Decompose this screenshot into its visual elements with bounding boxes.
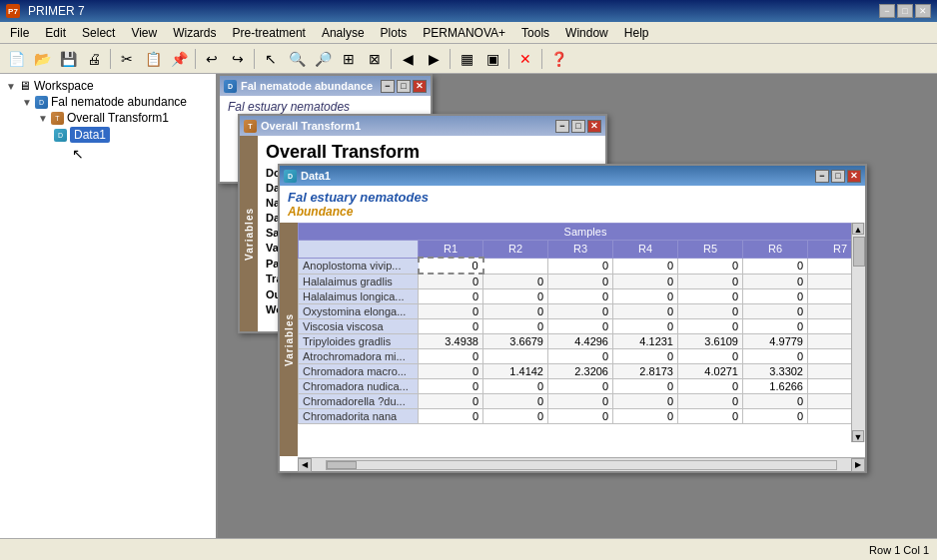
open-button[interactable]: 📂 (30, 47, 54, 71)
table-row[interactable]: Chromadora macro...01.41422.32062.81734.… (299, 364, 866, 379)
cell-r1[interactable]: 0 (419, 289, 483, 304)
cell-r2[interactable]: 0 (483, 394, 548, 409)
menu-wizards[interactable]: Wizards (165, 22, 224, 43)
fal-minimize-btn[interactable]: − (381, 80, 395, 93)
cell-r1[interactable]: 0 (419, 379, 483, 394)
menu-edit[interactable]: Edit (37, 22, 74, 43)
cell-r4[interactable]: 0 (613, 319, 678, 334)
move-left-button[interactable]: ◀ (396, 47, 420, 71)
fal-maximize-btn[interactable]: □ (397, 80, 411, 93)
transform-window-controls[interactable]: − □ ✕ (555, 120, 601, 133)
data1-close-btn[interactable]: ✕ (847, 170, 861, 183)
table-row[interactable]: Chromadorita nana000000 (299, 409, 866, 424)
vertical-scrollbar[interactable]: ▲ ▼ (851, 223, 865, 442)
cell-r5[interactable]: 0 (678, 349, 743, 364)
table-row[interactable]: Tripyloides gradlis3.49383.66794.42964.1… (299, 334, 866, 349)
zoom-in-button[interactable]: 🔍 (285, 47, 309, 71)
cell-r6[interactable]: 0 (743, 258, 808, 274)
delete-button[interactable]: ✕ (513, 47, 537, 71)
cell-r1[interactable]: 0 (419, 258, 483, 274)
cell-r6[interactable]: 0 (743, 409, 808, 424)
cell-r3[interactable]: 0 (548, 319, 613, 334)
scroll-left-btn[interactable]: ◀ (298, 458, 312, 472)
cell-r3[interactable]: 0 (548, 394, 613, 409)
scroll-down-btn[interactable]: ▼ (852, 430, 864, 442)
cell-r2[interactable]: 0 (483, 319, 548, 334)
grid2-button[interactable]: ▣ (480, 47, 504, 71)
cell-r4[interactable]: 0 (613, 258, 678, 274)
scroll-right-btn[interactable]: ▶ (851, 458, 865, 472)
close-button[interactable]: ✕ (915, 4, 931, 18)
cell-r1[interactable]: 0 (419, 349, 483, 364)
menu-pretreatment[interactable]: Pre-treatment (225, 22, 314, 43)
cell-r5[interactable]: 0 (678, 304, 743, 319)
tree-data1[interactable]: D Data1 (52, 126, 212, 144)
minimize-button[interactable]: − (879, 4, 895, 18)
cell-r3[interactable]: 0 (548, 258, 613, 274)
cell-r2[interactable] (483, 258, 548, 274)
cell-r2[interactable]: 0 (483, 304, 548, 319)
horizontal-scrollbar[interactable]: ◀ ▶ (298, 457, 865, 471)
cell-r6[interactable]: 0 (743, 289, 808, 304)
cell-r4[interactable]: 0 (613, 289, 678, 304)
tree-fal-nematode[interactable]: ▼ D Fal nematode abundance (20, 94, 212, 110)
cell-r3[interactable]: 0 (548, 379, 613, 394)
new-button[interactable]: 📄 (4, 47, 28, 71)
cell-r3[interactable]: 0 (548, 289, 613, 304)
cell-r5[interactable]: 0 (678, 274, 743, 289)
menu-help[interactable]: Help (616, 22, 657, 43)
scroll-up-btn[interactable]: ▲ (852, 223, 864, 235)
cell-r6[interactable]: 3.3302 (743, 364, 808, 379)
table-row[interactable]: Halalaimus longica...0000000 (299, 289, 866, 304)
table-row[interactable]: Viscosia viscosa0000000 (299, 319, 866, 334)
cell-r5[interactable]: 4.0271 (678, 364, 743, 379)
cell-r5[interactable]: 0 (678, 394, 743, 409)
cell-r6[interactable]: 0 (743, 274, 808, 289)
cell-r2[interactable]: 0 (483, 379, 548, 394)
cell-r1[interactable]: 0 (419, 304, 483, 319)
pointer-button[interactable]: ↖ (259, 47, 283, 71)
workspace-expand-icon[interactable]: ▼ (6, 81, 16, 92)
cell-r2[interactable]: 1.4142 (483, 364, 548, 379)
cell-r3[interactable]: 0 (548, 304, 613, 319)
cell-r6[interactable]: 0 (743, 304, 808, 319)
cell-r1[interactable]: 0 (419, 394, 483, 409)
menu-analyse[interactable]: Analyse (314, 22, 373, 43)
help-button[interactable]: ❓ (546, 47, 570, 71)
data1-window-controls[interactable]: − □ ✕ (815, 170, 861, 183)
table-row[interactable]: Anoplostoma vivip...000000 (299, 258, 866, 274)
menu-select[interactable]: Select (74, 22, 123, 43)
menu-view[interactable]: View (123, 22, 165, 43)
cell-r2[interactable]: 3.6679 (483, 334, 548, 349)
transform-maximize-btn[interactable]: □ (571, 120, 585, 133)
cell-r3[interactable]: 2.3206 (548, 364, 613, 379)
table-row[interactable]: Oxystomina elonga...0000000 (299, 304, 866, 319)
maximize-button[interactable]: □ (897, 4, 913, 18)
data1-maximize-btn[interactable]: □ (831, 170, 845, 183)
cell-r5[interactable]: 0 (678, 379, 743, 394)
cell-r2[interactable] (483, 349, 548, 364)
cell-r5[interactable]: 3.6109 (678, 334, 743, 349)
cell-r4[interactable]: 0 (613, 349, 678, 364)
cell-r5[interactable]: 0 (678, 409, 743, 424)
redo-button[interactable]: ↪ (226, 47, 250, 71)
menu-window[interactable]: Window (557, 22, 616, 43)
zoom-out-button[interactable]: 🔎 (311, 47, 335, 71)
cell-r5[interactable]: 0 (678, 289, 743, 304)
cell-r6[interactable]: 0 (743, 319, 808, 334)
scrollbar-track[interactable] (326, 460, 837, 470)
copy-button[interactable]: 📋 (141, 47, 165, 71)
print-button[interactable]: 🖨 (82, 47, 106, 71)
cell-r4[interactable]: 0 (613, 409, 678, 424)
cell-r1[interactable]: 0 (419, 364, 483, 379)
cell-r5[interactable]: 0 (678, 319, 743, 334)
cell-r3[interactable]: 0 (548, 349, 613, 364)
fal-expand-icon[interactable]: ▼ (22, 97, 32, 108)
cell-r6[interactable]: 4.9779 (743, 334, 808, 349)
cell-r4[interactable]: 4.1231 (613, 334, 678, 349)
cell-r6[interactable]: 0 (743, 394, 808, 409)
cut-button[interactable]: ✂ (115, 47, 139, 71)
save-button[interactable]: 💾 (56, 47, 80, 71)
scrollbar-thumb[interactable] (327, 461, 357, 469)
table-row[interactable]: Chromadora nudica...000001.6266 (299, 379, 866, 394)
